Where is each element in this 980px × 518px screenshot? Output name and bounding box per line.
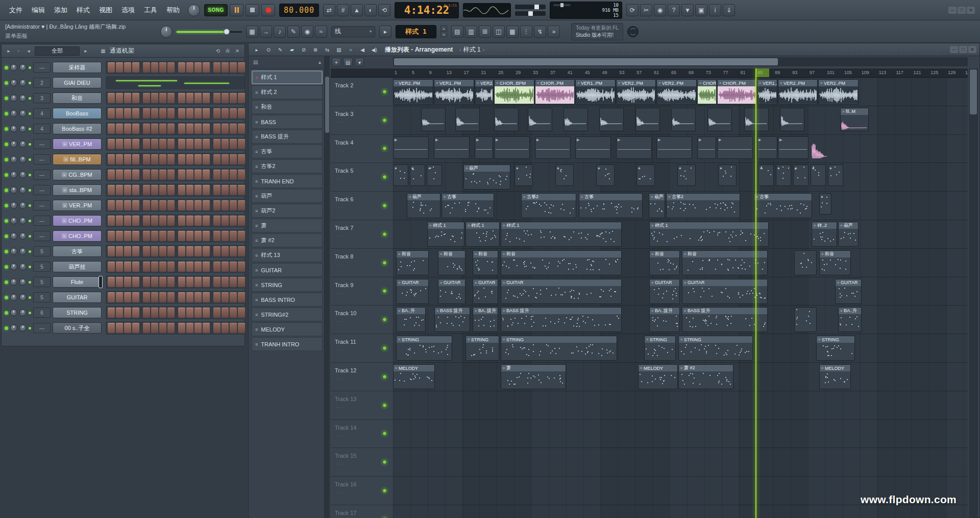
step-cell[interactable]	[124, 185, 131, 195]
playlist-clip[interactable]: ≡STRING	[678, 336, 753, 361]
step-cell[interactable]	[230, 139, 237, 149]
step-cell[interactable]	[132, 262, 139, 272]
mic-icon[interactable]: ◉	[654, 4, 666, 16]
channel-enable-led[interactable]	[5, 189, 8, 192]
step-cell[interactable]	[124, 323, 131, 333]
playlist-clip[interactable]: ≡古筝	[754, 193, 812, 218]
step-cell[interactable]	[124, 154, 131, 164]
channel-button[interactable]: ≈VER..PM	[53, 138, 102, 150]
playlist-clip[interactable]: ≡和音	[501, 250, 622, 275]
step-cell[interactable]	[108, 154, 115, 164]
pl-maximize-button[interactable]: □	[959, 46, 967, 53]
minimize-button[interactable]: ─	[948, 7, 957, 14]
step-cell[interactable]	[116, 277, 123, 287]
channel-display-group[interactable]: ---	[33, 323, 51, 333]
browser-icon[interactable]: ▩	[506, 26, 519, 38]
playlist-clip[interactable]: ≡葫芦	[838, 222, 859, 247]
step-cell[interactable]	[132, 93, 139, 103]
channel-pan-knob[interactable]	[10, 263, 17, 270]
pattern-item[interactable]: ≡STRING#2	[252, 308, 323, 321]
step-cell[interactable]	[230, 108, 237, 119]
pattern-item[interactable]: ≡TRANH INTRO	[252, 337, 323, 351]
step-cell[interactable]	[151, 216, 158, 226]
step-cell[interactable]	[178, 154, 185, 164]
step-cell[interactable]	[167, 108, 175, 119]
step-cell[interactable]	[186, 246, 193, 256]
pl-close-button[interactable]: ✕	[968, 46, 976, 53]
playlist-clip[interactable]: ◆	[514, 164, 533, 186]
channel-enable-led[interactable]	[5, 173, 8, 177]
menu-文件[interactable]: 文件	[5, 4, 27, 16]
step-cell[interactable]	[194, 124, 202, 134]
step-cell[interactable]	[167, 124, 175, 134]
pattern-item[interactable]: ≡古筝	[252, 145, 323, 158]
playlist-clip[interactable]: ◆	[793, 164, 808, 186]
channel-enable-led[interactable]	[5, 66, 8, 69]
timeline[interactable]: 1591317212529333741454953576165697377818…	[393, 68, 968, 78]
step-cell[interactable]	[132, 108, 139, 119]
step-cell[interactable]	[230, 154, 237, 164]
playlist-clip[interactable]	[780, 108, 804, 131]
playlist-clip[interactable]	[707, 108, 732, 131]
playlist-clip[interactable]: ≡GUITAR	[649, 279, 680, 304]
channel-button[interactable]: 00 s..子全	[53, 322, 102, 334]
track-led[interactable]	[382, 89, 387, 94]
playlist-clip[interactable]	[564, 108, 588, 131]
rack-close-icon[interactable]: ✕	[233, 47, 241, 55]
channel-pan-knob[interactable]	[10, 248, 17, 255]
step-cell[interactable]	[194, 277, 202, 287]
track-header[interactable]: Track 2∙∙∙∙	[331, 78, 393, 106]
step-cell[interactable]	[108, 277, 115, 287]
step-cell[interactable]	[178, 170, 185, 180]
pattern-item[interactable]: ≡BASS	[252, 115, 323, 129]
playlist-clip[interactable]: ≡古筝	[442, 193, 494, 218]
step-cell[interactable]	[108, 262, 115, 272]
horizontal-scrollbar[interactable]	[393, 57, 968, 66]
playlist-clip[interactable]: ≡BA..升	[838, 307, 862, 332]
step-cell[interactable]	[159, 246, 166, 256]
pattern-item[interactable]: ≡萧 #2	[252, 233, 323, 247]
step-cell[interactable]	[186, 231, 193, 241]
step-cell[interactable]	[132, 323, 139, 333]
menu-工具[interactable]: 工具	[140, 4, 161, 16]
channel-enable-led[interactable]	[5, 296, 8, 299]
step-cell[interactable]	[108, 231, 115, 241]
step-cell[interactable]	[116, 170, 123, 180]
step-cell[interactable]	[143, 292, 150, 302]
channel-enable-led[interactable]	[5, 280, 8, 284]
step-cell[interactable]	[213, 216, 220, 226]
step-cell[interactable]	[194, 62, 202, 73]
step-cell[interactable]	[222, 292, 229, 302]
playlist-clip[interactable]: ≡和音	[438, 250, 465, 275]
channel-enable-led[interactable]	[5, 158, 8, 161]
step-cell[interactable]	[159, 93, 166, 103]
playlist-clip[interactable]: ≡葫芦	[463, 164, 510, 190]
track-header[interactable]: Track 9∙∙∙∙	[331, 277, 393, 306]
step-cell[interactable]	[151, 308, 158, 318]
step-cell[interactable]	[167, 139, 175, 149]
step-cell[interactable]	[143, 139, 150, 149]
typing-keyboard-icon[interactable]: #	[337, 4, 349, 16]
channel-pan-knob[interactable]	[10, 278, 17, 286]
step-cell[interactable]	[230, 246, 237, 256]
playlist-clip[interactable]: ≡VER2..PM	[778, 79, 818, 105]
step-cell[interactable]	[124, 170, 131, 180]
step-cell[interactable]	[132, 139, 139, 149]
step-cell[interactable]	[124, 108, 131, 119]
pattern-item[interactable]: ≡GUITAR	[252, 263, 323, 277]
step-cell[interactable]	[151, 292, 158, 302]
step-cell[interactable]	[178, 124, 185, 134]
rack-detach-icon[interactable]: ▫	[14, 47, 22, 55]
step-cell[interactable]	[116, 200, 123, 210]
step-cell[interactable]	[203, 246, 210, 256]
step-cell[interactable]	[167, 246, 175, 256]
more-icon[interactable]: »	[548, 26, 560, 38]
step-cell[interactable]	[213, 154, 220, 164]
step-cell[interactable]	[167, 93, 175, 103]
step-cell[interactable]	[222, 93, 229, 103]
playlist-clip[interactable]: ▶	[757, 136, 777, 159]
step-cell[interactable]	[230, 277, 237, 287]
link-icon[interactable]: ◉	[301, 26, 313, 38]
step-cell[interactable]	[159, 139, 166, 149]
playlist-clip[interactable]: ◆	[427, 164, 442, 186]
